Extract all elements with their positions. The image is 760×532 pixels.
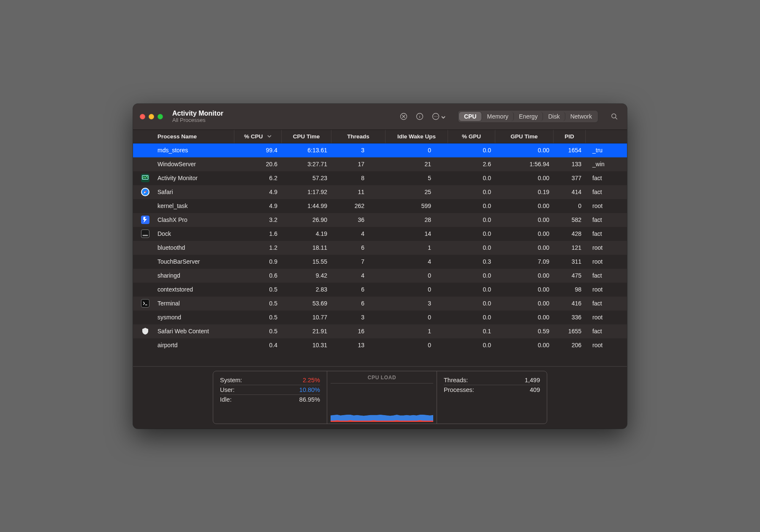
table-row[interactable]: airportd0.410.311300.00.00206root	[133, 338, 627, 352]
process-info-button[interactable]	[414, 111, 426, 122]
close-button[interactable]	[140, 114, 145, 119]
table-row[interactable]: mds_stores99.46:13.61300.00.001654_tru	[133, 143, 627, 157]
cell-process-name: Safari Web Content	[153, 324, 234, 338]
table-row[interactable]: bluetoothd1.218.11610.00.00121root	[133, 241, 627, 255]
stat-value-idle: 86.95%	[299, 396, 320, 403]
cell-pid: 133	[554, 157, 586, 171]
svg-line-11	[616, 118, 617, 119]
stat-value-threads: 1,499	[525, 377, 540, 383]
cell-cpu-percent: 3.2	[234, 213, 282, 227]
cpu-load-chart-panel: CPU LOAD	[327, 371, 437, 424]
cell-idle-wakeups: 0	[385, 269, 448, 283]
table-row[interactable]: Dock1.64.194140.00.00428fact	[133, 227, 627, 241]
cell-gpu-percent: 0.3	[448, 255, 495, 269]
tab-energy[interactable]: Energy	[514, 112, 543, 121]
tab-cpu[interactable]: CPU	[459, 112, 482, 121]
cell-threads: 16	[331, 324, 385, 338]
cell-cpu-time: 57.23	[282, 171, 331, 185]
cell-pid: 0	[554, 199, 586, 213]
process-icon-slot	[137, 299, 153, 308]
table-row[interactable]: TouchBarServer0.915.55740.37.09311root	[133, 255, 627, 269]
table-row[interactable]: kernel_task4.91:44.992625990.00.000root	[133, 199, 627, 213]
cell-cpu-time: 26.90	[282, 213, 331, 227]
cell-cpu-time: 4.19	[282, 227, 331, 241]
cell-gpu-time: 0.00	[495, 143, 554, 157]
process-icon-slot	[137, 327, 153, 335]
cell-user: _tru	[586, 143, 627, 157]
cell-pid: 475	[554, 269, 586, 283]
cell-cpu-time: 1:44.99	[282, 199, 331, 213]
cell-cpu-time: 21.91	[282, 324, 331, 338]
cell-gpu-time: 0.00	[495, 199, 554, 213]
cell-user: fact	[586, 269, 627, 283]
cpu-summary-box: System: 2.25% User: 10.80% Idle: 86.95% …	[213, 371, 547, 424]
cell-gpu-percent: 0.0	[448, 297, 495, 311]
svg-point-7	[434, 116, 435, 117]
cell-cpu-percent: 20.6	[234, 157, 282, 171]
cell-user: fact	[586, 297, 627, 311]
tab-network[interactable]: Network	[565, 112, 597, 121]
cell-process-name: sharingd	[153, 269, 234, 283]
cell-pid: 121	[554, 241, 586, 255]
table-row[interactable]: contextstored0.52.83600.00.0098root	[133, 283, 627, 297]
column-header-threads[interactable]: Threads	[331, 130, 385, 143]
column-header-cpu-time[interactable]: CPU Time	[282, 130, 331, 143]
table-row[interactable]: WindowServer20.63:27.7117212.61:56.94133…	[133, 157, 627, 171]
table-row[interactable]: sharingd0.69.42400.00.00475fact	[133, 269, 627, 283]
cell-user: fact	[586, 171, 627, 185]
cell-gpu-time: 0.00	[495, 283, 554, 297]
cell-threads: 17	[331, 157, 385, 171]
ellipsis-circle-icon	[432, 112, 440, 121]
cell-threads: 6	[331, 283, 385, 297]
column-header-user[interactable]	[586, 130, 627, 143]
cell-gpu-percent: 0.0	[448, 185, 495, 199]
minimize-button[interactable]	[149, 114, 154, 119]
cell-cpu-percent: 1.2	[234, 241, 282, 255]
cell-cpu-percent: 1.6	[234, 227, 282, 241]
cell-threads: 8	[331, 171, 385, 185]
cell-cpu-time: 2.83	[282, 283, 331, 297]
cell-threads: 6	[331, 297, 385, 311]
table-row[interactable]: Safari Web Content0.521.911610.10.591655…	[133, 324, 627, 338]
cell-cpu-time: 15.55	[282, 255, 331, 269]
column-header-cpu-percent[interactable]: % CPU	[234, 130, 282, 143]
zoom-button[interactable]	[157, 114, 163, 119]
cell-gpu-percent: 0.1	[448, 324, 495, 338]
cell-cpu-time: 10.77	[282, 311, 331, 324]
column-header-gpu-percent[interactable]: % GPU	[448, 130, 495, 143]
process-icon-slot	[137, 188, 153, 196]
table-row[interactable]: ClashX Pro3.226.9036280.00.00582fact	[133, 213, 627, 227]
stat-label-user: User:	[220, 386, 235, 393]
table-row[interactable]: Activity Monitor6.257.23850.00.00377fact	[133, 171, 627, 185]
cell-gpu-time: 0.00	[495, 311, 554, 324]
stop-process-button[interactable]	[398, 111, 410, 122]
cell-user: root	[586, 241, 627, 255]
cell-process-name: Terminal	[153, 297, 234, 311]
chevron-down-icon	[441, 114, 446, 119]
stat-row-user: User: 10.80%	[220, 385, 320, 395]
tab-disk[interactable]: Disk	[543, 112, 565, 121]
table-row[interactable]: Safari4.91:17.9211250.00.19414fact	[133, 185, 627, 199]
column-header-process-name[interactable]: Process Name	[153, 130, 234, 143]
shield-icon	[141, 327, 149, 335]
cell-threads: 4	[331, 269, 385, 283]
column-header-gpu-time[interactable]: GPU Time	[495, 130, 554, 143]
search-icon	[610, 112, 619, 121]
search-button[interactable]	[608, 111, 620, 122]
cell-gpu-percent: 0.0	[448, 143, 495, 157]
terminal-icon	[141, 299, 149, 308]
process-icon-slot	[137, 174, 153, 182]
sort-descending-icon	[267, 133, 271, 140]
cell-cpu-percent: 0.5	[234, 311, 282, 324]
cell-idle-wakeups: 599	[385, 199, 448, 213]
clashx-icon	[141, 216, 149, 224]
cell-process-name: WindowServer	[153, 157, 234, 171]
cell-cpu-time: 10.31	[282, 338, 331, 352]
more-actions-button[interactable]	[430, 111, 448, 122]
stat-label-threads: Threads:	[444, 377, 468, 383]
table-row[interactable]: Terminal0.553.69630.00.00416fact	[133, 297, 627, 311]
tab-memory[interactable]: Memory	[482, 112, 514, 121]
column-header-idle-wakeups[interactable]: Idle Wake Ups	[385, 130, 448, 143]
column-header-pid[interactable]: PID	[554, 130, 586, 143]
table-row[interactable]: sysmond0.510.77300.00.00336root	[133, 311, 627, 324]
